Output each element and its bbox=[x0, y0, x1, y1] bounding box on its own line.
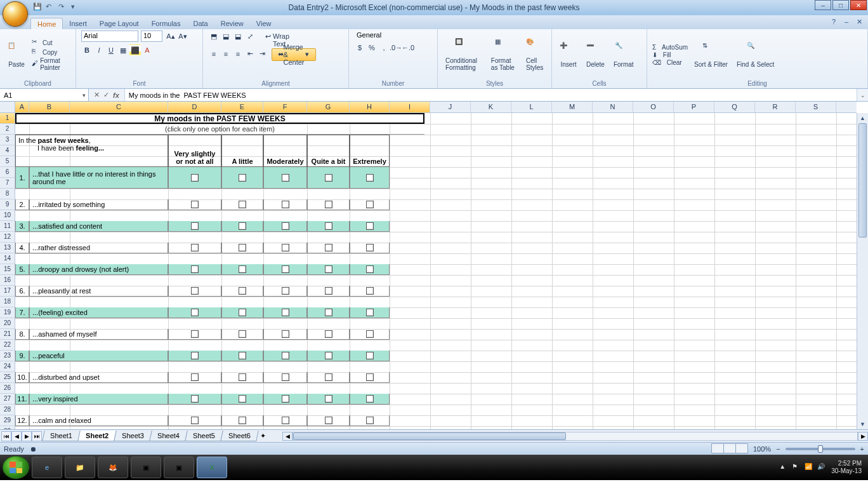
question-text[interactable]: ...very inspired bbox=[29, 394, 168, 405]
option-cell[interactable] bbox=[168, 264, 221, 275]
new-sheet-icon[interactable]: ✦ bbox=[256, 431, 270, 441]
question-number[interactable]: 7. bbox=[15, 307, 29, 318]
question-number[interactable]: 12. bbox=[15, 415, 29, 426]
option-cell[interactable] bbox=[263, 329, 307, 340]
checkbox[interactable] bbox=[325, 174, 332, 182]
italic-button[interactable]: I bbox=[93, 44, 105, 56]
option-cell[interactable] bbox=[307, 372, 350, 383]
option-cell[interactable] bbox=[221, 372, 263, 383]
option-cell[interactable] bbox=[221, 199, 263, 210]
checkbox[interactable] bbox=[325, 309, 332, 316]
checkbox[interactable] bbox=[325, 201, 332, 208]
checkbox[interactable] bbox=[366, 265, 374, 273]
option-cell[interactable] bbox=[307, 329, 350, 340]
question-number[interactable]: 1. bbox=[15, 167, 29, 189]
insert-function-icon[interactable]: fx bbox=[113, 91, 119, 99]
column-header[interactable]: O bbox=[633, 102, 674, 112]
conditional-formatting-button[interactable]: 🔲Conditional Formatting bbox=[443, 37, 485, 72]
row-header[interactable]: 25 bbox=[0, 372, 15, 383]
checkbox[interactable] bbox=[191, 265, 199, 273]
sheet-tab[interactable]: Sheet2 bbox=[77, 431, 117, 441]
row-header[interactable]: 13 bbox=[0, 243, 15, 253]
increase-decimal-icon[interactable]: .0→ bbox=[390, 42, 402, 53]
checkbox[interactable] bbox=[191, 395, 199, 403]
checkbox[interactable] bbox=[239, 265, 246, 273]
checkbox[interactable] bbox=[282, 287, 289, 295]
decrease-decimal-icon[interactable]: ←.0 bbox=[402, 42, 414, 53]
row-header[interactable]: 19 bbox=[0, 307, 15, 318]
tab-home[interactable]: Home bbox=[30, 18, 63, 29]
task-ie[interactable]: e bbox=[32, 457, 62, 478]
tab-view[interactable]: View bbox=[250, 18, 278, 29]
option-cell[interactable] bbox=[307, 286, 350, 297]
checkbox[interactable] bbox=[325, 395, 332, 403]
column-header[interactable]: A bbox=[15, 102, 29, 112]
scroll-up-icon[interactable]: ▲ bbox=[857, 113, 868, 123]
align-middle-icon[interactable]: ⬓ bbox=[220, 30, 232, 42]
checkbox[interactable] bbox=[325, 417, 332, 424]
question-text[interactable]: ...irritated by something bbox=[29, 199, 168, 210]
row-header[interactable]: 17 bbox=[0, 286, 15, 297]
checkbox[interactable] bbox=[366, 287, 374, 295]
option-cell[interactable] bbox=[263, 351, 307, 361]
enter-formula-icon[interactable]: ✓ bbox=[103, 91, 109, 99]
row-header[interactable]: 29 bbox=[0, 415, 15, 426]
question-text[interactable]: ...satisfied and content bbox=[29, 221, 168, 232]
option-cell[interactable] bbox=[168, 199, 221, 210]
underline-button[interactable]: U bbox=[105, 44, 117, 56]
row-header[interactable]: 18 bbox=[0, 297, 15, 307]
cancel-formula-icon[interactable]: ✕ bbox=[94, 91, 100, 99]
column-header[interactable]: B bbox=[29, 102, 70, 112]
checkbox[interactable] bbox=[191, 222, 199, 230]
checkbox[interactable] bbox=[191, 174, 199, 182]
save-icon[interactable]: 💾 bbox=[33, 3, 43, 13]
option-cell[interactable] bbox=[168, 307, 221, 318]
row-header[interactable]: 21 bbox=[0, 329, 15, 340]
scale-header[interactable]: Quite a bit bbox=[307, 135, 350, 167]
option-cell[interactable] bbox=[350, 394, 390, 405]
column-header[interactable]: P bbox=[674, 102, 714, 112]
prev-sheet-icon[interactable]: ◀ bbox=[11, 431, 22, 441]
first-sheet-icon[interactable]: ⏮ bbox=[1, 431, 11, 441]
row-header[interactable]: 6 bbox=[0, 167, 15, 178]
border-button[interactable]: ▦ bbox=[117, 44, 129, 56]
column-header[interactable]: S bbox=[796, 102, 836, 112]
row-header[interactable]: 24 bbox=[0, 361, 15, 372]
option-cell[interactable] bbox=[263, 415, 307, 426]
currency-icon[interactable]: $ bbox=[354, 42, 365, 53]
font-color-button[interactable]: A bbox=[141, 44, 153, 56]
checkbox[interactable] bbox=[239, 244, 246, 251]
checkbox[interactable] bbox=[239, 309, 246, 316]
option-cell[interactable] bbox=[350, 286, 390, 297]
option-cell[interactable] bbox=[307, 221, 350, 232]
grow-font-icon[interactable]: A▴ bbox=[165, 30, 176, 42]
cell-grid[interactable]: My moods in the PAST FEW WEEKS(click onl… bbox=[15, 113, 857, 429]
option-cell[interactable] bbox=[221, 286, 263, 297]
checkbox[interactable] bbox=[325, 222, 332, 230]
question-number[interactable]: 6. bbox=[15, 286, 29, 297]
clear-button[interactable]: ⌫ Clear bbox=[652, 59, 688, 66]
option-cell[interactable] bbox=[263, 167, 307, 189]
scale-header[interactable]: Very slightlyor not at all bbox=[168, 135, 221, 167]
question-text[interactable]: ...calm and relaxed bbox=[29, 415, 168, 426]
row-header[interactable]: 4 bbox=[0, 145, 15, 156]
network-icon[interactable]: 📶 bbox=[805, 463, 813, 472]
option-cell[interactable] bbox=[263, 307, 307, 318]
vertical-scrollbar[interactable]: ▲ ▼ bbox=[857, 113, 868, 429]
checkbox[interactable] bbox=[325, 330, 332, 338]
option-cell[interactable] bbox=[263, 221, 307, 232]
align-center-icon[interactable]: ≡ bbox=[220, 48, 232, 60]
checkbox[interactable] bbox=[325, 244, 332, 251]
fill-button[interactable]: ⬇ Fill bbox=[652, 51, 688, 58]
option-cell[interactable] bbox=[263, 372, 307, 383]
checkbox[interactable] bbox=[282, 265, 289, 273]
row-header[interactable]: 20 bbox=[0, 318, 15, 329]
tray-icon[interactable]: ▲ bbox=[779, 463, 788, 472]
checkbox[interactable] bbox=[239, 352, 246, 359]
row-header[interactable]: 15 bbox=[0, 264, 15, 275]
checkbox[interactable] bbox=[366, 309, 374, 316]
task-app1[interactable]: ▣ bbox=[131, 457, 161, 478]
checkbox[interactable] bbox=[325, 352, 332, 359]
checkbox[interactable] bbox=[282, 174, 289, 182]
cut-button[interactable]: Cut bbox=[32, 38, 70, 47]
